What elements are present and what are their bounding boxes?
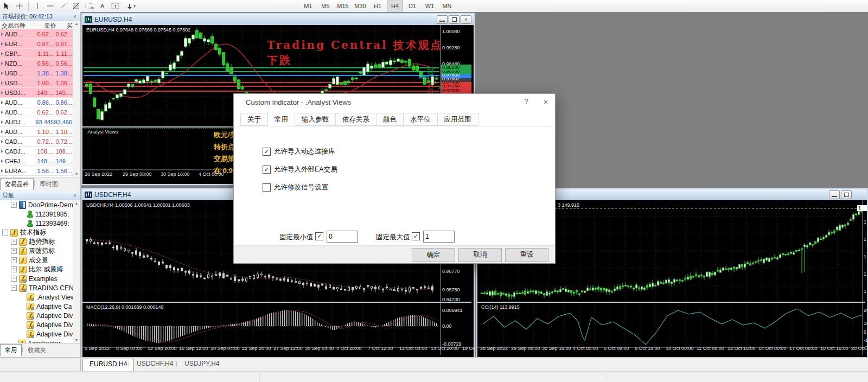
nav-item-7[interactable]: +ƒ比尔 威廉姆	[0, 265, 73, 274]
dialog-tab-5[interactable]: 水平位	[403, 113, 438, 126]
market-row-AUDJ[interactable]: AUDJ...93.44593.466	[0, 117, 73, 127]
dialog-tab-2[interactable]: 输入参数	[295, 113, 336, 126]
market-row-EUR[interactable]: EUR...0.97...0.97...	[0, 39, 73, 49]
market-row-AUD[interactable]: AUD...1.10...1.10...	[0, 127, 73, 137]
column-bid[interactable]: 卖价	[35, 22, 58, 30]
minimize-icon[interactable]	[437, 15, 448, 24]
market-row-USD[interactable]: USD...1.38...1.38...	[0, 68, 73, 78]
market-row-AUD[interactable]: AUD...0.86...0.86...	[0, 98, 73, 107]
nav-item-11[interactable]: ƒAdaptive Ca	[0, 302, 73, 311]
nav-item-14[interactable]: ƒAdaptive Div	[0, 329, 73, 339]
close-icon[interactable]: ×	[72, 14, 78, 20]
market-watch-tab-0[interactable]: 交易品种	[0, 178, 34, 190]
market-row-NZD[interactable]: NZD...0.56...0.56...	[0, 59, 73, 68]
timeframe-H4[interactable]: H4	[387, 1, 403, 11]
nav-item-0[interactable]: −DooPrime-Demo	[0, 200, 73, 209]
nav-item-6[interactable]: +ƒ成交量	[0, 256, 73, 265]
ok-button[interactable]: 确定	[412, 248, 455, 262]
plus-expand-icon[interactable]: +	[11, 257, 17, 263]
time-tick: 28 Sep 2022	[480, 346, 508, 351]
cancel-button[interactable]: 取消	[458, 248, 502, 262]
restore-icon[interactable]	[449, 15, 459, 24]
timeframe-M30[interactable]: M30	[352, 1, 368, 11]
fibonacci-tool[interactable]	[70, 1, 83, 11]
timeframe-D1[interactable]: D1	[404, 1, 420, 11]
nav-item-8[interactable]: +ƒExamples	[0, 274, 73, 283]
market-watch-tab-1[interactable]: 即时图	[35, 178, 63, 190]
text-tool[interactable]: A	[96, 1, 109, 11]
timeframe-M1[interactable]: M1	[300, 1, 316, 11]
nav-item-15[interactable]: ƒAccelerator	[0, 339, 73, 343]
market-watch-scrollbar[interactable]: ▲ ▼	[73, 21, 80, 177]
dialog-titlebar[interactable]: Custom Indicator - .Analyst Views	[234, 94, 555, 110]
time-tick: 4 Oct 00:00	[199, 171, 224, 177]
nav-item-4[interactable]: +ƒ趋势指标	[0, 237, 73, 246]
plus-expand-icon[interactable]: +	[11, 239, 17, 245]
minus-expand-icon[interactable]: −	[2, 230, 8, 235]
plus-expand-icon[interactable]: +	[11, 266, 17, 272]
navigator-scrollbar[interactable]: ▲ ▼	[73, 200, 80, 343]
nav-item-9[interactable]: −ƒTRADING CENTRAL	[0, 283, 73, 292]
arrows-tool[interactable]: ▾	[122, 1, 139, 11]
eurusd-titlebar[interactable]: EURUSD,H4 ×	[82, 14, 474, 25]
close-icon[interactable]: ×	[72, 193, 78, 199]
column-symbol[interactable]: 交易品种	[0, 22, 35, 30]
text-label-tool[interactable]: T	[109, 1, 122, 11]
timeframe-H1[interactable]: H1	[369, 1, 386, 11]
cursor-tool[interactable]	[0, 1, 13, 11]
fixed-min-checkbox[interactable]: ✓	[315, 232, 323, 240]
checkbox-checked-icon[interactable]: ✓	[263, 148, 271, 156]
timeframe-W1[interactable]: W1	[422, 1, 438, 11]
plus-expand-icon[interactable]: +	[11, 276, 17, 282]
close-icon[interactable]: ×	[540, 97, 552, 106]
navigator-tab-0[interactable]: 常用	[0, 344, 22, 356]
dialog-tab-4[interactable]: 颜色	[376, 113, 404, 126]
nav-item-2[interactable]: 112393469:	[0, 219, 73, 228]
navigator-tab-1[interactable]: 收藏夹	[23, 344, 51, 356]
dialog-tab-1[interactable]: 常用	[267, 112, 295, 125]
fixed-max-checkbox[interactable]: ✓	[412, 232, 420, 240]
checkbox-unchecked-icon[interactable]	[263, 183, 271, 192]
dialog-tab-6[interactable]: 应用范围	[437, 113, 478, 126]
help-icon[interactable]: ?	[520, 97, 532, 105]
nav-item-1[interactable]: 112391985:	[0, 209, 73, 219]
timeframe-M5[interactable]: M5	[317, 1, 334, 11]
market-row-USDJ[interactable]: USDJ...149....149....	[0, 88, 73, 98]
checkbox-checked-icon[interactable]: ✓	[263, 165, 271, 174]
nav-item-12[interactable]: ƒAdaptive Div	[0, 311, 73, 320]
nav-item-10[interactable]: ƒ.Analyst Views	[0, 292, 73, 302]
market-row-CAD[interactable]: CAD...0.72...0.72...	[0, 137, 73, 147]
market-watch-titlebar[interactable]: 市场报价: 06:42:13 ×	[0, 12, 80, 21]
market-row-EURA[interactable]: EURA...1.56...1.56...	[0, 166, 73, 176]
nav-item-5[interactable]: +ƒ震荡指标	[0, 246, 73, 256]
dialog-tab-3[interactable]: 依存关系	[335, 113, 376, 126]
plus-expand-icon[interactable]: +	[11, 248, 17, 254]
fixed-max-input[interactable]	[423, 231, 455, 243]
close-icon[interactable]: ×	[461, 15, 471, 24]
chart-tab-USDCHFH4[interactable]: USDCHF,H4	[130, 359, 180, 372]
timeframe-M15[interactable]: M15	[335, 1, 351, 11]
navigator-titlebar[interactable]: 导航 ×	[0, 191, 80, 200]
market-row-AUD[interactable]: AUD...0.62...0.62...	[0, 107, 73, 117]
trendline-tool[interactable]	[57, 1, 70, 11]
reset-button[interactable]: 重设	[505, 248, 548, 262]
market-row-GBP[interactable]: GBP...1.11...1.11...	[0, 49, 73, 59]
market-row-AUD[interactable]: AUD...0.62...0.62...	[0, 29, 73, 39]
fixed-min-input[interactable]	[327, 231, 358, 243]
market-row-USD[interactable]: USD...1.00...1.00...	[0, 78, 73, 88]
chart-tab-USDJPYH4[interactable]: USDJPY,H4	[178, 359, 226, 372]
timeframe-MN[interactable]: MN	[439, 1, 455, 11]
channel-tool[interactable]: F	[83, 1, 96, 11]
minus-expand-icon[interactable]: −	[11, 285, 17, 291]
vertical-line-tool[interactable]	[31, 1, 44, 11]
minimize-icon[interactable]	[829, 190, 840, 199]
crosshair-tool[interactable]	[13, 1, 26, 11]
market-row-CHFJ[interactable]: CHFJ...148....149....	[0, 156, 73, 166]
restore-icon[interactable]	[841, 190, 852, 199]
nav-item-13[interactable]: ƒAdaptive Div	[0, 320, 73, 329]
nav-item-3[interactable]: −ƒ技术指标	[0, 228, 73, 237]
horizontal-line-tool[interactable]	[44, 1, 57, 11]
market-row-CADJ[interactable]: CADJ...108....108....	[0, 147, 73, 156]
dialog-tab-0[interactable]: 关于	[240, 113, 268, 126]
minus-expand-icon[interactable]: −	[11, 202, 17, 208]
